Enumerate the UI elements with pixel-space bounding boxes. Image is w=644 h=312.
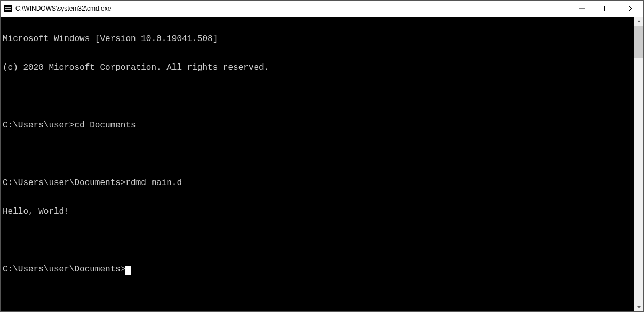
svg-marker-5 [637, 306, 641, 308]
command-text: cd Documents [74, 121, 136, 130]
scroll-down-button[interactable] [634, 302, 643, 311]
vertical-scrollbar[interactable] [634, 17, 643, 311]
maximize-icon [604, 6, 609, 11]
scroll-thumb[interactable] [634, 26, 643, 58]
blank-line [3, 234, 634, 248]
banner-text: Microsoft Windows [Version 10.0.19041.50… [3, 34, 218, 44]
terminal-output[interactable]: Microsoft Windows [Version 10.0.19041.50… [1, 17, 634, 311]
output-text: Hello, World! [3, 207, 69, 217]
banner-line: (c) 2020 Microsoft Corporation. All righ… [3, 61, 634, 75]
window-title: C:\WINDOWS\system32\cmd.exe [15, 5, 111, 12]
blank-line [3, 90, 634, 104]
banner-text: (c) 2020 Microsoft Corporation. All righ… [3, 63, 269, 73]
client-area: Microsoft Windows [Version 10.0.19041.50… [1, 17, 643, 311]
chevron-up-icon [637, 20, 641, 22]
banner-line: Microsoft Windows [Version 10.0.19041.50… [3, 32, 634, 46]
titlebar[interactable]: C:\WINDOWS\system32\cmd.exe [1, 1, 643, 17]
cmd-icon [4, 5, 12, 12]
current-prompt-line: C:\Users\user\Documents> [3, 262, 634, 277]
minimize-icon [579, 6, 585, 11]
cmd-window: C:\WINDOWS\system32\cmd.exe Microsoft Wi… [0, 0, 644, 312]
blank-line [3, 147, 634, 162]
output-line: Hello, World! [3, 205, 634, 219]
cursor [125, 266, 131, 275]
close-button[interactable] [619, 1, 643, 17]
prompt-text: C:\Users\user\Documents> [3, 178, 125, 188]
svg-rect-1 [605, 6, 609, 11]
minimize-button[interactable] [570, 1, 594, 17]
command-line: C:\Users\user\Documents>rdmd main.d [3, 176, 634, 190]
titlebar-left: C:\WINDOWS\system32\cmd.exe [1, 5, 111, 12]
prompt-text: C:\Users\user\Documents> [3, 265, 125, 274]
svg-marker-4 [637, 20, 641, 22]
command-text: rdmd main.d [125, 178, 182, 188]
chevron-down-icon [637, 306, 641, 308]
prompt-text: C:\Users\user> [3, 121, 74, 130]
window-controls [570, 1, 643, 17]
scroll-up-button[interactable] [634, 17, 643, 26]
maximize-button[interactable] [594, 1, 619, 17]
close-icon [629, 6, 634, 11]
command-line: C:\Users\user>cd Documents [3, 118, 634, 133]
